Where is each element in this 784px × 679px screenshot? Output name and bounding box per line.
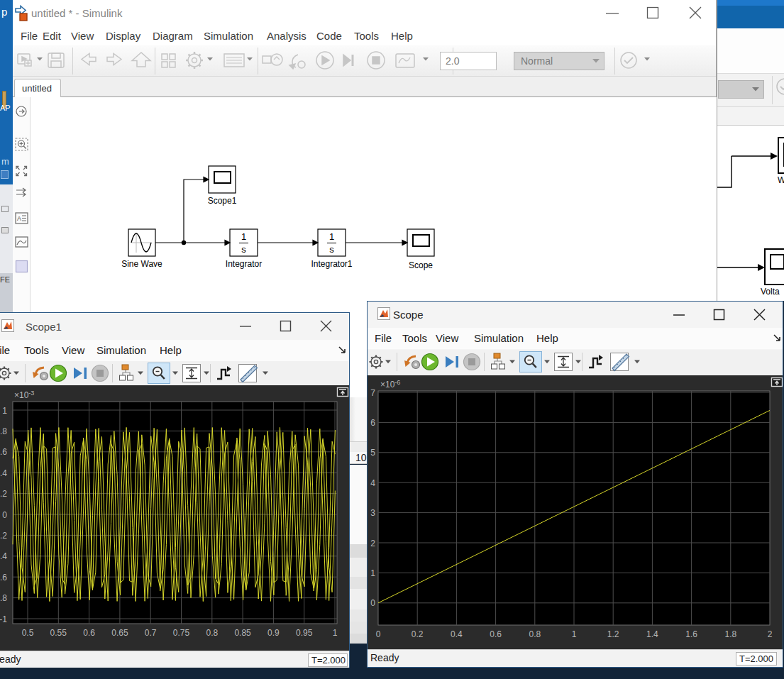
svg-text:0.85: 0.85 (234, 628, 251, 638)
svg-text:Integrator1: Integrator1 (311, 259, 352, 269)
svg-text:0.8: 0.8 (0, 426, 7, 436)
svg-text:0.4: 0.4 (0, 468, 7, 478)
svg-text:1: 1 (370, 568, 375, 578)
svg-text:-0.8: -0.8 (0, 593, 7, 603)
svg-text:0.4: 0.4 (451, 629, 463, 639)
svg-text:W: W (778, 175, 784, 185)
svg-text:0.9: 0.9 (267, 628, 280, 638)
svg-text:0.65: 0.65 (111, 628, 128, 638)
svg-text:s: s (241, 244, 246, 255)
svg-text:1: 1 (241, 231, 246, 242)
svg-text:0: 0 (376, 629, 381, 639)
svg-text:0.6: 0.6 (83, 628, 95, 638)
svg-text:s: s (329, 244, 334, 255)
svg-text:0.8: 0.8 (529, 629, 541, 639)
svg-text:1: 1 (572, 629, 577, 639)
svg-text:0.6: 0.6 (0, 447, 7, 457)
svg-text:-0.6: -0.6 (0, 573, 7, 583)
svg-text:Sine Wave: Sine Wave (121, 259, 162, 269)
svg-text:A: A (17, 215, 21, 222)
svg-text:1: 1 (2, 406, 7, 416)
svg-text:2: 2 (370, 539, 375, 548)
svg-text:Integrator: Integrator (226, 259, 262, 269)
svg-text:0.8: 0.8 (206, 628, 218, 638)
svg-text:1.4: 1.4 (646, 629, 658, 639)
svg-text:4: 4 (370, 478, 375, 488)
svg-text:1.8: 1.8 (724, 629, 736, 639)
svg-text:0.6: 0.6 (490, 629, 502, 639)
svg-text:1.6: 1.6 (685, 629, 697, 639)
svg-text:0.95: 0.95 (296, 628, 313, 638)
svg-text:1: 1 (329, 231, 334, 242)
svg-text:5: 5 (370, 448, 375, 458)
svg-text:0.5: 0.5 (22, 628, 34, 638)
svg-text:0.7: 0.7 (145, 628, 157, 638)
svg-text:7: 7 (370, 388, 375, 398)
svg-text:3: 3 (370, 508, 375, 518)
svg-text:1.2: 1.2 (607, 629, 619, 639)
svg-text:-1: -1 (0, 614, 7, 624)
svg-text:0.2: 0.2 (0, 489, 7, 499)
svg-text:0.55: 0.55 (50, 628, 67, 638)
svg-text:0: 0 (2, 510, 7, 520)
svg-text:0.2: 0.2 (412, 629, 424, 639)
svg-text:0.75: 0.75 (173, 628, 190, 638)
svg-text:1: 1 (333, 628, 338, 638)
svg-text:6: 6 (370, 418, 375, 428)
svg-text:-0.4: -0.4 (0, 551, 7, 561)
svg-text:Volta: Volta (761, 287, 780, 297)
svg-text:2: 2 (768, 629, 773, 639)
svg-text:Scope: Scope (409, 260, 433, 270)
svg-text:Scope1: Scope1 (208, 196, 237, 206)
svg-text:-0.2: -0.2 (0, 531, 7, 541)
svg-text:0: 0 (370, 598, 375, 608)
